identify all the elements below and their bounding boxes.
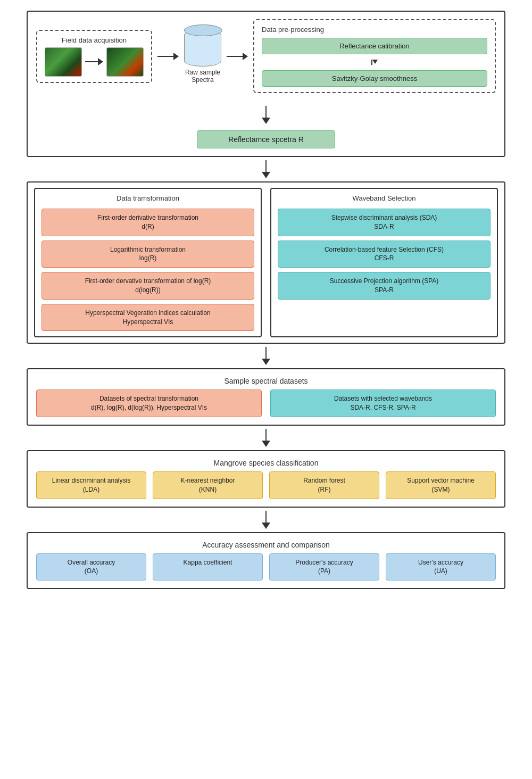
- photo2: [106, 47, 144, 77]
- classif-rf: Random forest(RF): [269, 471, 379, 499]
- metric-pa: Producer's accuracy(PA): [269, 553, 379, 581]
- arrow2: [227, 53, 248, 60]
- metric-ua: User's accuracy(UA): [386, 553, 496, 581]
- photo1: [45, 47, 82, 77]
- raw-spectra-label: Raw sample Spectra: [185, 69, 220, 84]
- waveband-item-2: Successive Projection algorithm (SPA)SPA…: [278, 272, 491, 300]
- transform-item-3: Hyperspectral Vegeration indices calcula…: [41, 304, 254, 332]
- arrow-to-classif: [262, 429, 270, 447]
- arrow-to-datasets: [262, 347, 270, 365]
- two-col-layout: Data tramsformation First-order derivati…: [34, 188, 498, 337]
- transform-item-1: Logarithmic transformationlog(R): [41, 241, 254, 268]
- waveband-item-1: Correlation-based feature Selection (CFS…: [278, 241, 491, 268]
- dataset2: Datasets with selected wavebandsSDA-R, C…: [270, 390, 496, 417]
- accuracy-metrics-row: Overall accuracy(OA) Kappa coefficient P…: [36, 553, 496, 581]
- arrow-to-accuracy: [262, 511, 270, 529]
- classif-methods-row: Linear discriminant analysis(LDA) K-near…: [36, 471, 496, 499]
- classif-knn: K-nearest neighbor(KNN): [153, 471, 263, 499]
- cylinder-icon: [184, 29, 221, 67]
- arrow1: [157, 53, 179, 60]
- top-row: Field data acquisition Raw sample: [36, 19, 496, 93]
- accuracy-section: Accuracy assessment and comparison Overa…: [27, 532, 505, 590]
- metric-oa: Overall accuracy(OA): [36, 553, 146, 581]
- arrow-to-reflectance: [262, 106, 270, 124]
- classif-title: Mangrove species classification: [36, 459, 496, 467]
- arrow-between-photos: [85, 58, 103, 65]
- sample-datasets-title: Sample spectral datasets: [36, 377, 496, 385]
- transform-item-2: First-order dervative transformation of …: [41, 272, 254, 300]
- datasets-row: Datasets of spectral transformationd(R),…: [36, 390, 496, 417]
- preprocessing-title: Data pre-processing: [262, 26, 487, 34]
- data-transformation-col: Data tramsformation First-order derivati…: [34, 188, 262, 337]
- reflectance-spectra-box: Reflectamce spcetra R: [197, 130, 335, 148]
- flowchart-page: Field data acquisition Raw sample: [27, 11, 505, 589]
- green-arrow1: [262, 60, 487, 65]
- waveband-selection-col: Waveband Selection Stepwise discriminant…: [270, 188, 498, 337]
- accuracy-title: Accuracy assessment and comparison: [36, 541, 496, 549]
- transform-title: Data tramsformation: [41, 194, 254, 202]
- waveband-title: Waveband Selection: [278, 194, 491, 202]
- field-data-title: Field data acquisition: [62, 36, 127, 44]
- arrow-to-transform: [262, 160, 270, 178]
- metric-kappa: Kappa coefficient: [153, 553, 263, 581]
- classif-svm: Support vector machine(SVM): [386, 471, 496, 499]
- photos-row: [45, 47, 144, 77]
- top-section: Field data acquisition Raw sample: [27, 11, 505, 157]
- preprocessing-box: Data pre-processing Reflectance calibrat…: [253, 19, 496, 93]
- reflectance-calibration: Reflectance calibration: [262, 38, 487, 54]
- dataset1: Datasets of spectral transformationd(R),…: [36, 390, 262, 417]
- waveband-item-0: Stepwise discriminant analysis (SDA)SDA-…: [278, 209, 491, 236]
- field-data-box: Field data acquisition: [36, 30, 152, 83]
- classification-section: Mangrove species classification Linear d…: [27, 450, 505, 508]
- classif-lda: Linear discriminant analysis(LDA): [36, 471, 146, 499]
- sample-datasets-section: Sample spectral datasets Datasets of spe…: [27, 368, 505, 426]
- transform-waveband-section: Data tramsformation First-order derivati…: [27, 181, 505, 344]
- transform-item-0: First-order derivative transformationd(R…: [41, 209, 254, 236]
- raw-spectra: Raw sample Spectra: [184, 29, 221, 84]
- savitzky-golay: Savitzky-Golay smoothness: [262, 70, 487, 87]
